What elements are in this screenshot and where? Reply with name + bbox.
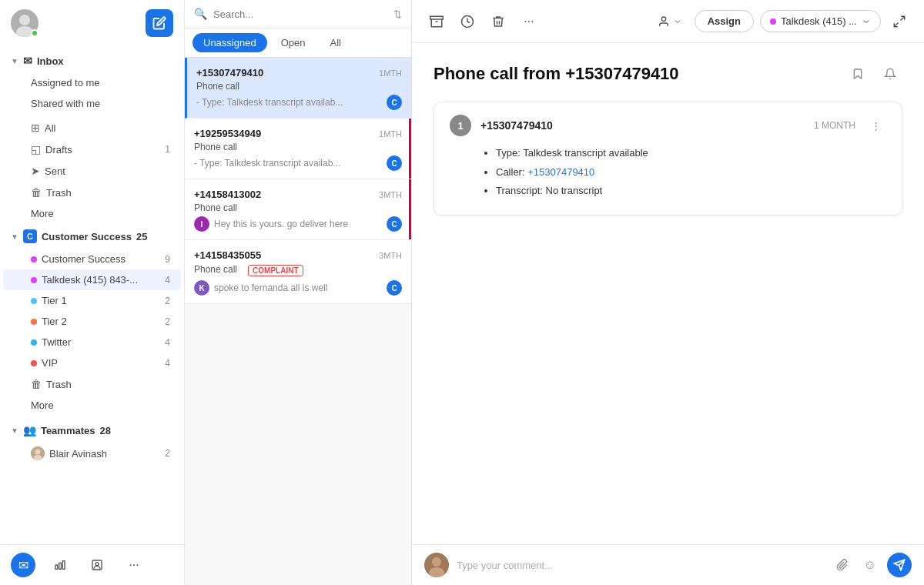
svg-rect-7 (59, 563, 62, 569)
search-bar: 🔍 ⇅ (185, 0, 411, 28)
all-label: All (45, 122, 55, 134)
sidebar-item-more-cs[interactable]: More (3, 395, 181, 416)
tab-all[interactable]: All (319, 33, 351, 52)
accent-stripe (409, 179, 411, 239)
footer-more-button[interactable]: ··· (122, 553, 146, 577)
twitter-label: Twitter (42, 336, 71, 348)
conversation-item[interactable]: +19259534949 1MTH Phone call - Type: Tal… (185, 119, 411, 179)
customer-success-section-header[interactable]: ▼ C Customer Success 25 (0, 224, 184, 249)
talkdesk-label: Talkdesk (415) 843-... (42, 274, 138, 286)
bookmark-button[interactable] (845, 62, 870, 86)
sidebar-item-talkdesk[interactable]: Talkdesk (415) 843-... 4 (3, 269, 181, 290)
compose-button[interactable] (146, 9, 173, 37)
teammates-icon: 👥 (23, 424, 36, 436)
vip-dot (31, 360, 37, 366)
teammates-chevron-icon: ▼ (11, 426, 18, 435)
sidebar-item-more-main[interactable]: More (3, 203, 181, 224)
conv-from: +14158413002 (194, 189, 261, 200)
footer-contacts-button[interactable] (85, 553, 109, 577)
sidebar-item-blair[interactable]: Blair Avinash 2 (3, 442, 181, 465)
teammates-section-header[interactable]: ▼ 👥 Teammates 28 (0, 419, 184, 442)
conversation-title: Phone call from +15307479410 (434, 64, 679, 84)
expand-button[interactable] (887, 9, 912, 34)
svg-point-1 (19, 15, 30, 25)
trash-main-icon: 🗑 (31, 186, 42, 199)
teammates-section-label: Teammates (41, 425, 95, 436)
assign-user-button[interactable] (651, 9, 688, 34)
cs-section-count: 25 (136, 231, 147, 242)
svg-rect-8 (62, 561, 65, 570)
conv-preview: Hey this is yours. go deliver here (214, 219, 348, 229)
message-body-item: Caller: +15307479410 (496, 165, 886, 180)
send-button[interactable] (887, 553, 912, 577)
blair-label: Blair Avinash (49, 448, 107, 460)
talkdesk-count: 4 (165, 275, 170, 286)
sidebar-item-shared-with-me[interactable]: Shared with me (3, 93, 181, 114)
talkdesk-status-dot (770, 18, 776, 25)
sidebar-item-all[interactable]: ⊞ All (3, 117, 181, 139)
emoji-button[interactable]: ☺ (859, 554, 881, 576)
archive-button[interactable] (424, 9, 449, 34)
inbox-section-header[interactable]: ▼ ✉ Inbox (0, 49, 184, 72)
clock-button[interactable] (455, 9, 480, 34)
delete-button[interactable] (486, 9, 511, 34)
conversation-item[interactable]: +15307479410 1MTH Phone call - Type: Tal… (185, 58, 411, 119)
sidebar: ▼ ✉ Inbox Assigned to me Shared with me … (0, 0, 185, 585)
title-actions (845, 62, 902, 86)
sidebar-item-drafts[interactable]: ◱ Drafts 1 (3, 139, 181, 160)
inbox-section: ▼ ✉ Inbox Assigned to me Shared with me (0, 49, 184, 114)
sidebar-item-tier2[interactable]: Tier 2 2 (3, 311, 181, 332)
tier2-dot (31, 319, 37, 325)
comment-input[interactable] (457, 560, 824, 571)
conv-from: +19259534949 (194, 128, 261, 139)
sidebar-item-trash-main[interactable]: 🗑 Trash (3, 182, 181, 203)
assign-button[interactable]: Assign (695, 10, 754, 32)
talkdesk-chevron-icon (862, 17, 871, 26)
more-button[interactable]: ··· (517, 9, 541, 34)
sidebar-item-trash-cs[interactable]: 🗑 Trash (3, 373, 181, 395)
conversation-list: 🔍 ⇅ Unassigned Open All +15307479410 1MT… (185, 0, 412, 585)
sidebar-navigation: ▼ ✉ Inbox Assigned to me Shared with me … (0, 46, 184, 544)
footer-stats-button[interactable] (48, 553, 72, 577)
inbox-section-label: Inbox (37, 55, 64, 67)
footer-inbox-button[interactable]: ✉ (11, 553, 35, 577)
conv-time: 1MTH (379, 69, 402, 78)
tab-open[interactable]: Open (270, 33, 316, 52)
tier1-dot (31, 298, 37, 304)
inbox-icon: ✉ (23, 55, 32, 67)
comment-actions: ☺ (832, 553, 912, 577)
sidebar-item-assigned-to-me[interactable]: Assigned to me (3, 72, 181, 93)
conversation-item[interactable]: +14158435055 3MTH Phone call COMPLAINT K… (185, 240, 411, 304)
conv-avatar: C (387, 155, 402, 171)
comment-user-avatar (424, 553, 449, 577)
vip-label: VIP (42, 357, 58, 369)
complaint-badge: COMPLAINT (248, 265, 303, 276)
twitter-count: 4 (165, 337, 170, 348)
sidebar-item-tier1[interactable]: Tier 1 2 (3, 290, 181, 311)
sidebar-item-twitter[interactable]: Twitter 4 (3, 332, 181, 353)
caller-link[interactable]: +15307479410 (527, 166, 594, 178)
attachment-button[interactable] (832, 554, 853, 576)
accent-stripe (409, 119, 411, 179)
sidebar-header (0, 0, 184, 46)
message-menu-button[interactable]: ⋮ (865, 115, 886, 136)
conversation-item[interactable]: +14158413002 3MTH Phone call I Hey this … (185, 179, 411, 240)
tab-unassigned[interactable]: Unassigned (192, 33, 267, 52)
drafts-label: Drafts (45, 144, 72, 155)
sidebar-item-sent[interactable]: ➤ Sent (3, 160, 181, 182)
tier1-count: 2 (165, 296, 170, 306)
search-input[interactable] (213, 8, 387, 20)
message-from: +15307479410 (480, 119, 553, 132)
sent-icon: ➤ (31, 165, 40, 177)
svg-line-16 (894, 22, 898, 26)
talkdesk-button[interactable]: Talkdesk (415) ... (760, 10, 881, 32)
sidebar-item-vip[interactable]: VIP 4 (3, 353, 181, 373)
user-avatar-wrap[interactable] (11, 9, 38, 37)
more-main-label: More (31, 208, 54, 219)
assigned-to-me-label: Assigned to me (31, 77, 100, 89)
conv-time: 3MTH (379, 190, 402, 199)
cs-inbox-label: Customer Success (42, 253, 126, 265)
notification-button[interactable] (878, 62, 902, 86)
sort-icon[interactable]: ⇅ (393, 8, 402, 20)
sidebar-item-customer-success[interactable]: Customer Success 9 (3, 249, 181, 269)
